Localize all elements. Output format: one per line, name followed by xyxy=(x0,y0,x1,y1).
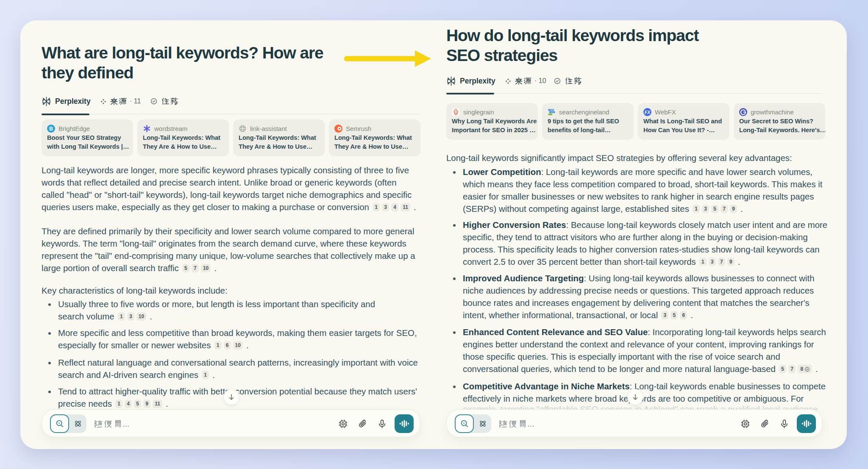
svg-text:B: B xyxy=(49,126,53,132)
svg-text:FX: FX xyxy=(645,110,651,115)
